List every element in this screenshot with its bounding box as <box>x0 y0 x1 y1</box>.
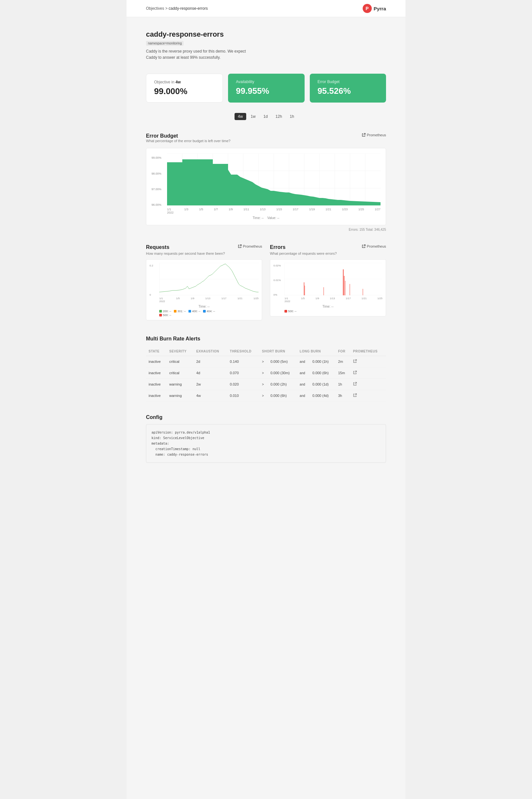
requests-chart-container: 0.2 0 <box>146 259 262 320</box>
logo-text: Pyrra <box>374 6 386 11</box>
error-budget-title-area: Error Budget What percentage of the erro… <box>146 133 230 147</box>
error-budget-header: Error Budget What percentage of the erro… <box>146 133 386 147</box>
legend-200-dot <box>159 310 162 313</box>
col-severity: SEVERITY <box>167 347 194 356</box>
row4-severity: warning <box>167 390 194 402</box>
availability-value: 99.955% <box>236 86 297 96</box>
err-x7: 1/25 <box>377 297 382 303</box>
row1-for: 2m <box>336 356 350 367</box>
req-x1: 1/12022 <box>159 297 165 303</box>
breadcrumb-current: caddy-response-errors <box>169 6 208 11</box>
req-legend: Time: -- <box>150 305 259 308</box>
main-content: caddy-response-errors namespace=monitori… <box>127 17 405 463</box>
requests-header: Requests Prometheus <box>146 244 262 250</box>
breadcrumb-parent[interactable]: Objectives <box>146 6 164 11</box>
objective-value: 99.000% <box>154 86 215 96</box>
col-prometheus: PROMETHEUS <box>350 347 386 356</box>
config-pre: apiVersion: pyrra.dev/v1alpha1 kind: Ser… <box>151 430 381 457</box>
errors-svg <box>284 263 382 295</box>
row1-prometheus-link[interactable] <box>353 360 357 364</box>
breadcrumb: Objectives > caddy-response-errors <box>146 6 208 11</box>
objective-card: Objective in 4w 99.000% <box>146 74 223 103</box>
config-section: Config apiVersion: pyrra.dev/v1alpha1 ki… <box>146 414 386 463</box>
legend-400-label: 400: -- <box>192 310 201 313</box>
page-title: caddy-response-errors <box>146 30 386 39</box>
row3-prometheus-link[interactable] <box>353 383 357 387</box>
requests-prometheus-link[interactable]: Prometheus <box>238 244 262 248</box>
time-btn-4w[interactable]: 4w <box>234 113 246 120</box>
objective-period: 4w <box>175 80 181 85</box>
eb-x7: 1/13 <box>260 208 266 214</box>
alerts-tbody: inactive critical 2d 0.140 > 0.000 (5m) … <box>146 356 386 402</box>
req-x3: 1/9 <box>191 297 194 303</box>
requests-svg <box>159 263 259 295</box>
table-row: inactive warning 4w 0.010 > 0.000 (6h) a… <box>146 390 386 402</box>
err-y2: 0.01% <box>273 279 284 282</box>
eb-info: Errors: 155 Total: 346,425 <box>146 228 386 231</box>
row2-long-burn: 0.000 (6h) <box>310 367 336 379</box>
alerts-title: Multi Burn Rate Alerts <box>146 336 386 342</box>
eb-x6: 1/11 <box>243 208 249 214</box>
eb-x3: 1/5 <box>199 208 203 214</box>
config-code: apiVersion: pyrra.dev/v1alpha1 kind: Ser… <box>146 424 386 463</box>
row4-prometheus-link[interactable] <box>353 394 357 398</box>
errors-prometheus-link[interactable]: Prometheus <box>362 244 386 248</box>
eb-x10: 1/19 <box>309 208 315 214</box>
eb-value-label: Value: -- <box>267 216 279 220</box>
error-budget-chart-container: 99.00% 98.00% 97.00% 96.00% <box>146 148 386 225</box>
table-row: inactive warning 2w 0.020 > 0.000 (2h) a… <box>146 379 386 390</box>
legend-400: 400: -- <box>188 310 201 313</box>
row3-long-burn: 0.000 (1d) <box>310 379 336 390</box>
row3-prometheus <box>350 379 386 390</box>
row2-and: and <box>297 367 310 379</box>
legend-400-dot <box>188 310 191 313</box>
errors-ext-icon <box>362 244 366 248</box>
row2-threshold: 0.070 <box>227 367 260 379</box>
legend-404: 404: -- <box>203 310 215 313</box>
time-btn-12h[interactable]: 12h <box>272 113 285 120</box>
availability-label: Availability <box>236 79 297 84</box>
legend-404-label: 404: -- <box>207 310 215 313</box>
time-btn-1d[interactable]: 1d <box>260 113 271 120</box>
page-header: caddy-response-errors namespace=monitori… <box>146 30 386 61</box>
row4-state: inactive <box>146 390 167 402</box>
eb-time-label: Time: -- <box>253 216 264 220</box>
row1-long-burn: 0.000 (1h) <box>310 356 336 367</box>
error-budget-label: Error Budget <box>318 79 378 84</box>
row4-threshold: 0.010 <box>227 390 260 402</box>
errors-subtitle: What percentage of requests were errors? <box>270 252 386 255</box>
eb-x2: 1/3 <box>184 208 188 214</box>
time-btn-1w[interactable]: 1w <box>248 113 259 120</box>
time-btn-1h[interactable]: 1h <box>286 113 297 120</box>
error-budget-value: 95.526% <box>318 86 378 96</box>
error-budget-subtitle: What percentage of the error budget is l… <box>146 139 230 143</box>
row1-state: inactive <box>146 356 167 367</box>
err-legend-row: 500: -- <box>284 310 382 313</box>
row4-short-burn: 0.000 (6h) <box>268 390 297 402</box>
row2-prometheus-link[interactable] <box>353 371 357 375</box>
row2-short-burn: 0.000 (30m) <box>268 367 297 379</box>
namespace-tag: namespace=monitoring <box>146 41 184 46</box>
err-time-label: Time: -- <box>322 305 334 308</box>
eb-y2: 97.00% <box>151 188 167 191</box>
req-time-label: Time: -- <box>198 305 210 308</box>
eb-y1: 96.00% <box>151 203 167 206</box>
row4-exhaustion: 4w <box>194 390 227 402</box>
row1-prometheus <box>350 356 386 367</box>
req-x2: 1/5 <box>176 297 180 303</box>
req-x5: 1/17 <box>221 297 226 303</box>
row3-and: and <box>297 379 310 390</box>
alerts-table: STATE SEVERITY EXHAUSTION THRESHOLD SHOR… <box>146 347 386 402</box>
req-x4: 1/13 <box>205 297 211 303</box>
row2-ext-icon <box>353 371 357 374</box>
err-x5: 1/17 <box>346 297 351 303</box>
row2-prometheus <box>350 367 386 379</box>
row4-arrow: > <box>260 390 268 402</box>
row2-exhaustion: 4d <box>194 367 227 379</box>
err-legend-500: 500: -- <box>284 310 297 313</box>
row3-arrow: > <box>260 379 268 390</box>
eb-x9: 1/17 <box>292 208 299 214</box>
error-budget-prometheus-link[interactable]: Prometheus <box>362 133 386 137</box>
objective-label: Objective in 4w <box>154 80 215 85</box>
row4-prometheus <box>350 390 386 402</box>
